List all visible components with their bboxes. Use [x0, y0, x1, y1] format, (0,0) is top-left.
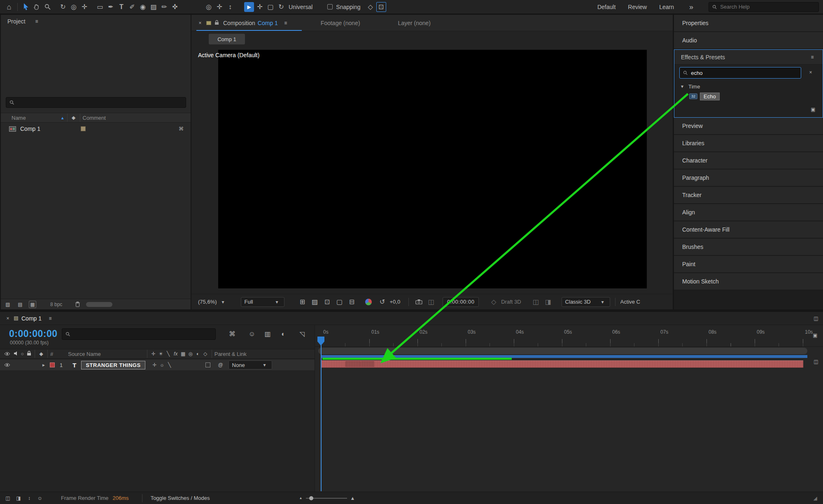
label-column-tag-icon[interactable]: ◆: [70, 114, 77, 121]
draft-3d-label[interactable]: Draft 3D: [501, 299, 521, 305]
gizmo-scale-icon[interactable]: ▢: [266, 2, 275, 12]
zoom-out-mountain-icon[interactable]: ▲: [297, 495, 304, 502]
timeline-navigator-bar[interactable]: [318, 348, 807, 354]
snapping-label[interactable]: Snapping: [336, 4, 360, 10]
roto-brush-tool-icon[interactable]: ✏: [159, 2, 169, 12]
panel-header-paragraph[interactable]: Paragraph: [674, 170, 823, 187]
graph-editor-toggle-icon[interactable]: ◹: [297, 329, 307, 339]
panel-header-tracker[interactable]: Tracker: [674, 187, 823, 204]
reset-exposure-icon[interactable]: ↺: [378, 297, 387, 307]
zoom-in-mountain-icon[interactable]: ▲: [349, 495, 356, 502]
effects-search-box[interactable]: [679, 67, 801, 79]
viewer-timecode-field[interactable]: 0:00:00:00: [443, 297, 479, 307]
comp-mini-flowchart-icon[interactable]: ⌘: [227, 329, 237, 339]
ground-plane-icon[interactable]: ◨: [543, 297, 553, 307]
parent-toggle-checkbox[interactable]: [205, 362, 210, 367]
close-tab-icon[interactable]: ×: [4, 315, 12, 322]
snapping-checkbox[interactable]: [327, 4, 333, 9]
resize-grip-icon[interactable]: ◢: [811, 495, 819, 502]
pan-camera-tool-icon[interactable]: ✛: [214, 2, 224, 12]
pickwhip-icon[interactable]: @: [217, 361, 224, 369]
sort-ascending-icon[interactable]: ▲: [61, 116, 65, 120]
puppet-tool-icon[interactable]: ✜: [170, 2, 180, 12]
layer-sun-switch-icon[interactable]: ☼: [159, 361, 166, 369]
pan-behind-tool-icon[interactable]: ✛: [79, 2, 89, 12]
timeline-tab-label[interactable]: Comp 1: [21, 315, 42, 322]
project-search-input[interactable]: [17, 99, 183, 106]
help-search-box[interactable]: [709, 2, 819, 12]
snap-edges-icon[interactable]: ◇: [366, 2, 375, 12]
source-name-column-header[interactable]: Source Name: [68, 351, 100, 357]
layer-strip-icon[interactable]: ◫: [812, 358, 820, 365]
effects-panel-menu-icon[interactable]: ≡: [809, 53, 816, 61]
effects-group-time[interactable]: ▾ Time: [678, 82, 700, 91]
viewer-panel-menu-icon[interactable]: ≡: [282, 19, 289, 27]
composition-tab-value[interactable]: Comp 1: [258, 20, 278, 26]
zoom-tool-icon[interactable]: [42, 2, 52, 12]
timeline-zoom-slider[interactable]: [306, 495, 347, 501]
comp-marker-bin-icon[interactable]: ▣: [811, 332, 819, 339]
timeline-search-input[interactable]: [72, 331, 212, 338]
hand-tool-icon[interactable]: [32, 2, 42, 12]
viewer-lock-icon[interactable]: [214, 20, 219, 26]
panel-header-paint[interactable]: Paint: [674, 256, 823, 273]
render-queue-icon[interactable]: ◫: [4, 495, 12, 502]
index-column-header[interactable]: #: [50, 351, 53, 357]
selection-tool-icon[interactable]: [21, 2, 31, 12]
comp-breadcrumb-chip[interactable]: Comp 1: [209, 34, 245, 44]
solo-column-icon[interactable]: ○: [19, 350, 26, 358]
renderer-select[interactable]: Classic 3D ▾: [562, 297, 610, 307]
region-of-interest-icon[interactable]: ⊡: [322, 297, 332, 307]
eraser-tool-icon[interactable]: ▨: [149, 2, 159, 12]
transparency-grid-icon[interactable]: ▨: [310, 297, 320, 307]
panel-header-motion-sketch[interactable]: Motion Sketch: [674, 273, 823, 290]
footage-tab[interactable]: Footage (none): [321, 20, 360, 26]
gizmo-selection-icon[interactable]: ▶: [244, 2, 254, 12]
twirl-down-icon[interactable]: ▾: [678, 83, 686, 90]
pixel-aspect-icon[interactable]: ⊟: [347, 297, 357, 307]
motion-blur-toggle-icon[interactable]: ◐: [278, 329, 288, 339]
close-tab-icon[interactable]: ×: [196, 19, 204, 27]
layer-label-color-chip[interactable]: [50, 362, 55, 367]
fast-previews-icon[interactable]: ◫: [531, 297, 541, 307]
brush-tool-icon[interactable]: ✐: [127, 2, 137, 12]
layer-duration-bar[interactable]: [321, 360, 803, 368]
gizmo-move-icon[interactable]: ✛: [255, 2, 265, 12]
playhead-line[interactable]: [321, 339, 322, 491]
workspace-learn[interactable]: Learn: [659, 4, 674, 10]
project-item-name[interactable]: Comp 1: [20, 125, 40, 132]
home-icon[interactable]: ⌂: [4, 2, 14, 12]
mask-visibility-icon[interactable]: ▢: [335, 297, 345, 307]
comment-column-header[interactable]: Comment: [83, 115, 106, 121]
panel-header-preview[interactable]: Preview: [674, 118, 823, 135]
layer-visibility-eye-icon[interactable]: [4, 362, 10, 368]
project-search-box[interactable]: [6, 97, 186, 108]
panel-header-character[interactable]: Character: [674, 152, 823, 170]
label-column-tag-icon[interactable]: ◆: [37, 350, 45, 358]
effects-presets-title[interactable]: Effects & Presets: [681, 54, 725, 60]
panel-header-audio[interactable]: Audio: [674, 32, 823, 49]
lock-column-icon[interactable]: [27, 351, 31, 357]
clone-stamp-tool-icon[interactable]: ◉: [138, 2, 148, 12]
timeline-panel-menu-icon[interactable]: ≡: [47, 315, 54, 322]
timeline-search-box[interactable]: [62, 328, 216, 340]
resolution-select[interactable]: Full ▾: [241, 297, 284, 307]
effects-search-input[interactable]: [690, 70, 797, 77]
project-item-row[interactable]: Comp 1 ⌘: [1, 123, 191, 134]
eye-column-icon[interactable]: [4, 351, 10, 357]
magnification-select[interactable]: (75,6%): [198, 299, 217, 305]
interpret-footage-icon[interactable]: ▧: [4, 301, 12, 308]
effects-item-label[interactable]: Echo: [700, 93, 720, 100]
type-tool-icon[interactable]: T: [117, 2, 126, 12]
trash-icon[interactable]: [74, 301, 81, 308]
shy-layers-icon[interactable]: ☺: [36, 495, 44, 502]
new-folder-icon[interactable]: ▤: [16, 301, 24, 308]
draft-3d-icon[interactable]: ◇: [489, 297, 499, 307]
parent-link-column-header[interactable]: Parent & Link: [214, 351, 247, 357]
item-flowchart-icon[interactable]: ⌘: [177, 125, 185, 132]
audio-column-icon[interactable]: [14, 351, 19, 357]
layer-expander-icon[interactable]: ▸: [40, 361, 47, 369]
view-layout-select[interactable]: Active C: [620, 299, 640, 305]
clear-search-icon[interactable]: ×: [807, 69, 814, 76]
dolly-camera-tool-icon[interactable]: ↕: [225, 2, 235, 12]
